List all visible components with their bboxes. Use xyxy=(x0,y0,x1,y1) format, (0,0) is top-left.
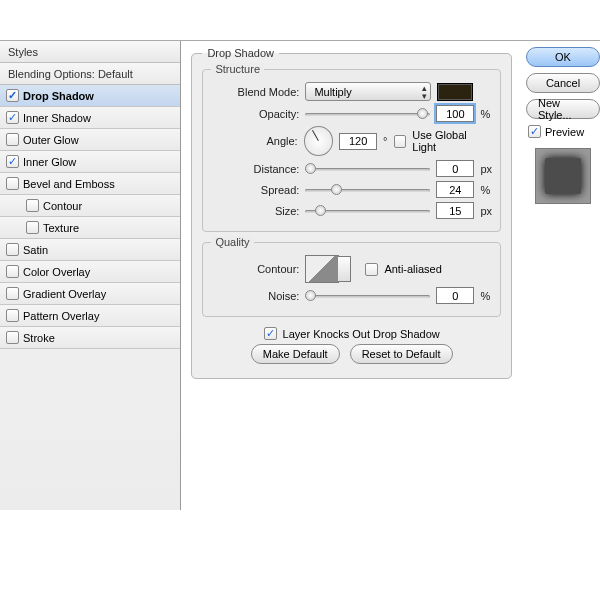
checkbox-icon[interactable] xyxy=(6,133,19,146)
preview-checkbox[interactable] xyxy=(528,125,541,138)
style-label: Satin xyxy=(23,244,48,256)
style-inner-glow[interactable]: Inner Glow xyxy=(0,151,180,173)
drop-shadow-fieldset: Drop Shadow Structure Blend Mode: Multip… xyxy=(191,47,512,379)
panel-title: Drop Shadow xyxy=(202,47,279,59)
quality-label: Quality xyxy=(211,236,253,248)
use-global-light-checkbox[interactable] xyxy=(394,135,407,148)
structure-group: Structure Blend Mode: Multiply ▴▾ Opacit… xyxy=(202,69,501,232)
make-default-button[interactable]: Make Default xyxy=(251,344,340,364)
style-label: Bevel and Emboss xyxy=(23,178,115,190)
style-label: Texture xyxy=(43,222,79,234)
new-style-button[interactable]: New Style... xyxy=(526,99,600,119)
checkbox-icon[interactable] xyxy=(6,111,19,124)
style-label: Inner Glow xyxy=(23,156,76,168)
anti-aliased-checkbox[interactable] xyxy=(365,263,378,276)
angle-input[interactable] xyxy=(339,133,377,150)
style-label: Pattern Overlay xyxy=(23,310,99,322)
opacity-unit: % xyxy=(480,108,490,120)
quality-group: Quality Contour: Anti-aliased Noise: % xyxy=(202,242,501,317)
cancel-button[interactable]: Cancel xyxy=(526,73,600,93)
knocks-out-checkbox[interactable] xyxy=(264,327,277,340)
style-preview-swatch xyxy=(545,158,581,194)
style-outer-glow[interactable]: Outer Glow xyxy=(0,129,180,151)
distance-label: Distance: xyxy=(211,163,299,175)
drop-shadow-panel: Drop Shadow Structure Blend Mode: Multip… xyxy=(181,41,522,510)
checkbox-icon[interactable] xyxy=(6,243,19,256)
reset-default-button[interactable]: Reset to Default xyxy=(350,344,453,364)
blend-mode-value: Multiply xyxy=(314,86,351,98)
style-satin[interactable]: Satin xyxy=(0,239,180,261)
spread-slider[interactable] xyxy=(305,183,430,197)
blending-options-row[interactable]: Blending Options: Default xyxy=(0,63,180,85)
checkbox-icon[interactable] xyxy=(6,177,19,190)
noise-input[interactable] xyxy=(436,287,474,304)
style-label: Outer Glow xyxy=(23,134,79,146)
size-slider[interactable] xyxy=(305,204,430,218)
layer-style-dialog: Styles Blending Options: Default Drop Sh… xyxy=(0,40,600,510)
contour-label: Contour: xyxy=(211,263,299,275)
style-pattern-overlay[interactable]: Pattern Overlay xyxy=(0,305,180,327)
style-contour[interactable]: Contour xyxy=(0,195,180,217)
blend-mode-select[interactable]: Multiply ▴▾ xyxy=(305,82,431,101)
angle-label: Angle: xyxy=(211,135,297,147)
checkbox-icon[interactable] xyxy=(6,89,19,102)
style-label: Stroke xyxy=(23,332,55,344)
spread-label: Spread: xyxy=(211,184,299,196)
style-label: Inner Shadow xyxy=(23,112,91,124)
checkbox-icon[interactable] xyxy=(6,287,19,300)
use-global-light-label: Use Global Light xyxy=(412,129,492,153)
distance-input[interactable] xyxy=(436,160,474,177)
knocks-out-label: Layer Knocks Out Drop Shadow xyxy=(283,328,440,340)
checkbox-icon[interactable] xyxy=(26,221,39,234)
preview-label: Preview xyxy=(545,126,584,138)
angle-unit: ° xyxy=(383,135,387,147)
style-bevel-emboss[interactable]: Bevel and Emboss xyxy=(0,173,180,195)
size-input[interactable] xyxy=(436,202,474,219)
checkbox-icon[interactable] xyxy=(26,199,39,212)
styles-sidebar: Styles Blending Options: Default Drop Sh… xyxy=(0,41,181,510)
size-label: Size: xyxy=(211,205,299,217)
blend-mode-label: Blend Mode: xyxy=(211,86,299,98)
size-unit: px xyxy=(480,205,492,217)
color-swatch[interactable] xyxy=(437,83,473,101)
style-label: Color Overlay xyxy=(23,266,90,278)
opacity-input[interactable] xyxy=(436,105,474,122)
angle-dial[interactable] xyxy=(304,126,333,156)
styles-header: Styles xyxy=(0,41,180,63)
opacity-slider[interactable] xyxy=(305,107,430,121)
structure-label: Structure xyxy=(211,63,264,75)
distance-slider[interactable] xyxy=(305,162,430,176)
style-texture[interactable]: Texture xyxy=(0,217,180,239)
style-color-overlay[interactable]: Color Overlay xyxy=(0,261,180,283)
style-label: Drop Shadow xyxy=(23,90,94,102)
spread-unit: % xyxy=(480,184,490,196)
contour-picker[interactable] xyxy=(305,255,339,283)
checkbox-icon[interactable] xyxy=(6,331,19,344)
style-inner-shadow[interactable]: Inner Shadow xyxy=(0,107,180,129)
noise-unit: % xyxy=(480,290,490,302)
spread-input[interactable] xyxy=(436,181,474,198)
style-preview xyxy=(535,148,591,204)
anti-aliased-label: Anti-aliased xyxy=(384,263,441,275)
noise-label: Noise: xyxy=(211,290,299,302)
distance-unit: px xyxy=(480,163,492,175)
ok-button[interactable]: OK xyxy=(526,47,600,67)
updown-arrows-icon: ▴▾ xyxy=(422,84,426,100)
checkbox-icon[interactable] xyxy=(6,309,19,322)
style-gradient-overlay[interactable]: Gradient Overlay xyxy=(0,283,180,305)
style-label: Gradient Overlay xyxy=(23,288,106,300)
checkbox-icon[interactable] xyxy=(6,155,19,168)
dialog-buttons: OK Cancel New Style... Preview xyxy=(522,41,600,510)
style-drop-shadow[interactable]: Drop Shadow xyxy=(0,85,180,107)
opacity-label: Opacity: xyxy=(211,108,299,120)
checkbox-icon[interactable] xyxy=(6,265,19,278)
style-label: Contour xyxy=(43,200,82,212)
style-stroke[interactable]: Stroke xyxy=(0,327,180,349)
noise-slider[interactable] xyxy=(305,289,430,303)
